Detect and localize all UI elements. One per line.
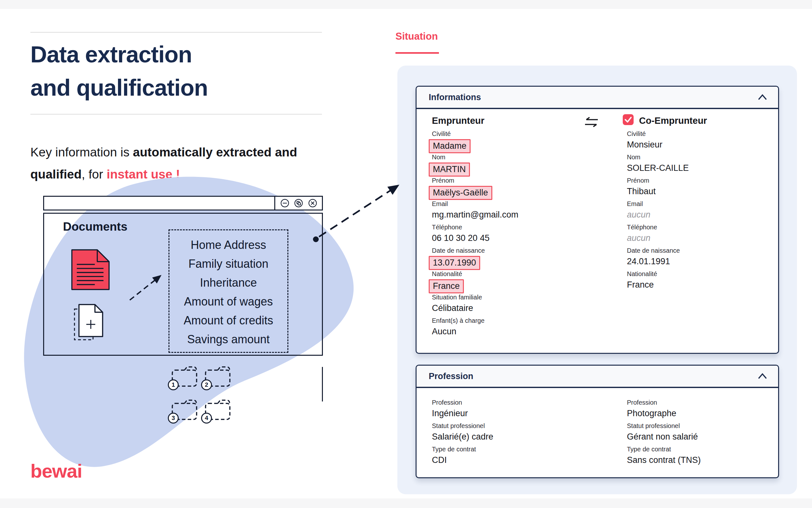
field-value: Monsieur <box>627 139 774 150</box>
red-document-icon <box>70 248 111 291</box>
swap-borrowers-icon[interactable] <box>584 117 599 128</box>
field-value: Ingénieur <box>432 408 617 419</box>
field-value: Thibaut <box>627 186 774 197</box>
field-label: Enfant(s) à charge <box>432 317 617 324</box>
tab-situation[interactable]: Situation <box>395 31 438 42</box>
form-field: Type de contrat Sans contrat (TNS) <box>627 446 774 469</box>
informations-card-body: Emprunteur Co-Emprunteur Civilité Madame… <box>417 109 778 353</box>
folder-number-badge: 3 <box>168 413 179 424</box>
form-field: Statut professionel Salarié(e) cadre <box>432 422 617 446</box>
field-value: Célibataire <box>432 303 617 313</box>
form-field: Situation familiale Célibataire <box>432 294 617 317</box>
form-field: Profession Ingénieur <box>432 399 617 422</box>
folder-grid: 1 2 3 4 <box>171 365 237 432</box>
form-field: Civilité Madame <box>432 130 617 154</box>
add-document-icon <box>72 303 108 342</box>
form-field: Profession Photographe <box>627 399 774 422</box>
folder-icon: 4 <box>204 398 233 428</box>
illustration-window-titlebar <box>43 196 323 211</box>
field-value: aucun <box>627 209 774 220</box>
bottom-edge-strip <box>0 498 812 508</box>
top-edge-strip <box>0 0 812 9</box>
field-value: Maëlys-Gaëlle <box>432 186 617 200</box>
field-label: Type de contrat <box>432 446 617 453</box>
coborrower-checkbox[interactable] <box>623 114 634 125</box>
extracted-field-item: Family situation <box>170 254 287 273</box>
form-field: Type de contrat CDI <box>432 446 617 469</box>
informations-card-header: Informations <box>417 87 778 109</box>
extracted-field-item: Home Address <box>170 236 287 254</box>
field-label: Date de naissance <box>627 247 774 254</box>
folder-icon: 1 <box>171 365 200 395</box>
form-field: Enfant(s) à charge Aucun <box>432 317 617 340</box>
field-value: 06 10 30 20 45 <box>432 232 617 244</box>
chevron-up-icon[interactable] <box>758 373 767 380</box>
informations-card: Informations Emprunteur Co-Emprunteur Ci… <box>416 86 779 354</box>
chevron-up-icon[interactable] <box>758 94 767 101</box>
field-value: aucun <box>627 232 774 244</box>
illustration-edge-line <box>322 367 323 401</box>
field-value: France <box>627 279 774 290</box>
page-title-line-2: and qualification <box>30 71 208 104</box>
field-label: Statut professionel <box>627 422 774 429</box>
folder-number-badge: 1 <box>168 379 179 390</box>
checkmark-icon <box>623 114 634 125</box>
form-field: Nom SOLER-CAILLE <box>627 154 774 177</box>
field-value: 24.01.1991 <box>627 256 774 267</box>
form-field: Date de naissance 13.07.1990 <box>432 247 617 270</box>
form-field: Prénom Thibaut <box>627 177 774 200</box>
field-label: Email <box>627 200 774 207</box>
field-value: Salarié(e) cadre <box>432 431 617 442</box>
field-value: SOLER-CAILLE <box>627 163 774 173</box>
field-label: Nom <box>432 154 617 161</box>
brand-logo: bewai <box>30 460 82 482</box>
profession-card: Profession Profession Ingénieur Statut p… <box>416 365 779 478</box>
folder-number-badge: 2 <box>201 379 212 390</box>
field-label: Prénom <box>627 177 774 184</box>
informations-card-title: Informations <box>429 87 481 108</box>
extracted-field-item: Amount of wages <box>170 292 287 311</box>
extracted-field-item: Inheritance <box>170 273 287 292</box>
minimize-icon <box>280 199 289 208</box>
divider-line <box>30 114 322 115</box>
folder-number-badge: 4 <box>201 413 212 424</box>
field-value: France <box>432 279 617 293</box>
borrower-profession-column: Profession Ingénieur Statut professionel… <box>432 399 617 469</box>
field-label: Civilité <box>432 130 617 137</box>
page-title: Data extraction and qualification <box>30 38 208 104</box>
restore-icon <box>294 199 303 208</box>
extracted-field-item: Savings amount <box>170 330 287 349</box>
form-field: Statut professionel Gérant non salarié <box>627 422 774 446</box>
folder-icon: 2 <box>204 365 233 395</box>
borrower-fields-column: Civilité Madame Nom MARTIN Prénom Maëlys… <box>432 130 617 340</box>
field-value: mg.martin@gmail.com <box>432 209 617 220</box>
form-field: Civilité Monsieur <box>627 130 774 154</box>
field-value: Gérant non salarié <box>627 431 774 442</box>
field-label: Profession <box>627 399 774 406</box>
form-field: Téléphone aucun <box>627 224 774 247</box>
form-field: Prénom Maëlys-Gaëlle <box>432 177 617 200</box>
tab-active-underline <box>395 52 439 54</box>
field-label: Prénom <box>432 177 617 184</box>
divider-line <box>30 32 322 33</box>
field-label: Email <box>432 200 617 207</box>
page-title-line-1: Data extraction <box>30 38 208 71</box>
borrower-heading: Emprunteur <box>432 116 484 126</box>
subtitle-segment: Key information is <box>30 145 133 159</box>
form-field: Téléphone 06 10 30 20 45 <box>432 224 617 247</box>
coborrower-profession-column: Profession Photographe Statut profession… <box>627 399 774 469</box>
field-label: Date de naissance <box>432 247 617 254</box>
form-field: Date de naissance 24.01.1991 <box>627 247 774 270</box>
profession-card-header: Profession <box>417 366 778 388</box>
field-label: Civilité <box>627 130 774 137</box>
field-label: Profession <box>432 399 617 406</box>
profession-card-title: Profession <box>429 366 473 387</box>
field-label: Téléphone <box>432 224 617 230</box>
field-label: Nationalité <box>432 270 617 278</box>
illustration-to-panel-arrow <box>307 175 413 247</box>
field-value: 13.07.1990 <box>432 256 617 270</box>
field-value: MARTIN <box>432 163 617 177</box>
field-label: Statut professionel <box>432 422 617 429</box>
folder-icon: 3 <box>171 398 200 428</box>
documents-label: Documents <box>63 220 127 234</box>
